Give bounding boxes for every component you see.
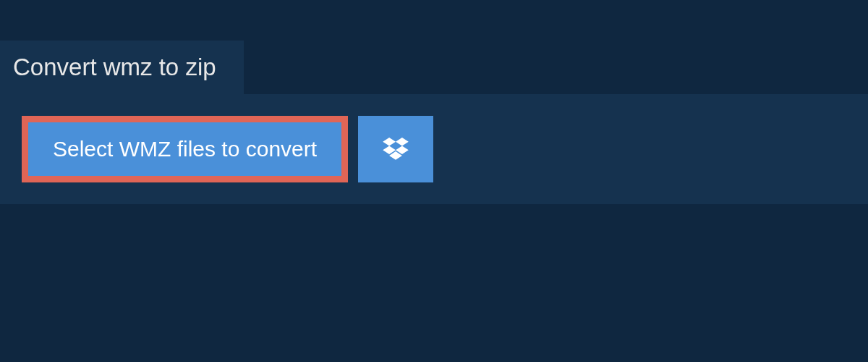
dropbox-button[interactable] <box>358 116 433 182</box>
select-files-button[interactable]: Select WMZ files to convert <box>22 116 348 182</box>
tab-title: Convert wmz to zip <box>13 54 216 81</box>
converter-panel: Select WMZ files to convert <box>0 94 868 204</box>
button-row: Select WMZ files to convert <box>22 116 868 182</box>
dropbox-icon <box>383 138 409 161</box>
select-files-label: Select WMZ files to convert <box>53 137 317 161</box>
tab-header: Convert wmz to zip <box>0 41 244 94</box>
